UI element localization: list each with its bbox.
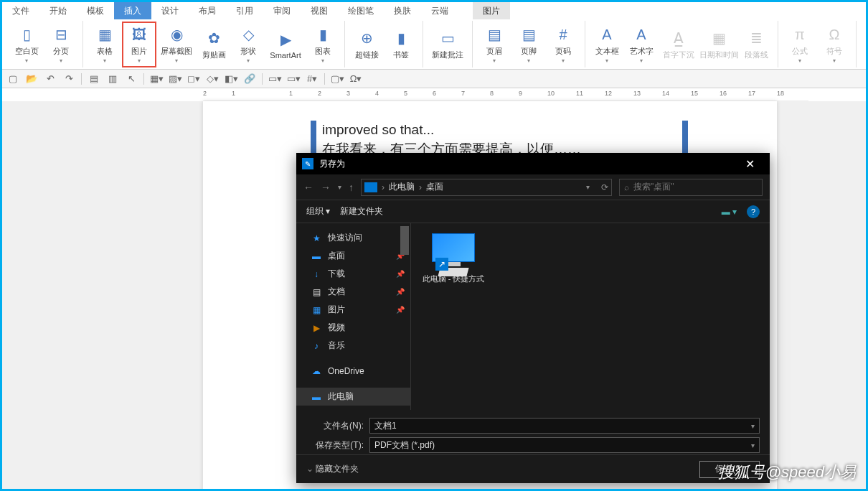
shapes-button[interactable]: ◇形状▾: [231, 22, 265, 67]
up-icon[interactable]: ↑: [349, 182, 354, 193]
path-seg-1[interactable]: 桌面: [426, 181, 443, 193]
menu-tab-7[interactable]: 审阅: [263, 2, 301, 19]
table-icon: ▦: [95, 24, 115, 45]
save-icon[interactable]: ▤: [88, 73, 100, 85]
new-folder-button[interactable]: 新建文件夹: [340, 205, 383, 218]
header-qat-icon[interactable]: ▭▾: [268, 73, 281, 85]
datetime-button[interactable]: ▦日期和时间: [699, 22, 739, 67]
file-item[interactable]: ↗ 此电脑 - 快捷方式: [421, 233, 486, 284]
path-chevron-icon[interactable]: ▾: [586, 183, 590, 191]
menu-tab-3[interactable]: 插入: [114, 2, 151, 19]
cursor-icon[interactable]: ↖: [125, 73, 138, 85]
picture-button[interactable]: 🖼图片▾: [122, 22, 156, 67]
tree-video[interactable]: ▶视频: [296, 319, 410, 337]
footer-button[interactable]: ▤页脚▾: [511, 22, 546, 67]
documents-icon: ▤: [311, 287, 322, 297]
highlight-qat-icon[interactable]: ◧▾: [225, 73, 237, 85]
wordart-button[interactable]: A艺术字▾: [624, 22, 659, 67]
screenshot-button[interactable]: ◉屏幕截图▾: [156, 22, 197, 67]
drop-cap-button[interactable]: A̲首字下沉: [659, 22, 699, 67]
recent-chevron-icon[interactable]: ▾: [338, 183, 341, 191]
dialog-toolbar: 组织 ▾ 新建文件夹 ▬ ▾ ?: [296, 200, 770, 223]
symbol-button[interactable]: Ω符号▾: [817, 22, 852, 67]
paragraph-line-icon: ≣: [746, 28, 766, 48]
chart-button[interactable]: ▮图表▾: [306, 22, 340, 67]
tree-pictures[interactable]: ▦图片📌: [296, 301, 410, 319]
back-icon[interactable]: ←: [303, 182, 313, 193]
textbox-qat-icon[interactable]: ▢▾: [331, 73, 344, 85]
horizontal-ruler: 21123456789101112131415161718: [203, 88, 808, 101]
table-button[interactable]: ▦表格▾: [88, 22, 122, 67]
tree-downloads[interactable]: ↓下载📌: [296, 265, 410, 283]
tree-documents[interactable]: ▤文档📌: [296, 283, 410, 301]
page-break-button[interactable]: ⊟分页▾: [44, 22, 78, 67]
quick-icon: ★: [311, 233, 322, 243]
filename-input[interactable]: 文档1▾: [369, 418, 760, 434]
smartart-button[interactable]: ▶SmartArt: [265, 22, 306, 67]
shape-qat-icon[interactable]: ◇▾: [206, 73, 219, 85]
tree-thispc[interactable]: ▬此电脑: [296, 388, 410, 406]
blank-page-button[interactable]: ▯空白页▾: [9, 22, 44, 67]
menu-tab-0[interactable]: 文件: [2, 2, 39, 19]
chevron-down-icon[interactable]: ▾: [751, 422, 755, 430]
symbol-icon: Ω: [824, 24, 844, 45]
app-icon: ✎: [302, 158, 313, 169]
comment-button[interactable]: ▭新建批注: [428, 22, 468, 67]
menu-tab-8[interactable]: 视图: [301, 2, 338, 19]
pagenum-qat-icon[interactable]: #▾: [306, 73, 319, 85]
file-list[interactable]: ↗ 此电脑 - 快捷方式: [411, 223, 770, 410]
chevron-down-icon[interactable]: ▾: [751, 441, 755, 449]
menu-tab-10[interactable]: 换肤: [384, 2, 421, 19]
header-icon: ▤: [484, 24, 504, 45]
screenshot-qat-icon[interactable]: ◻▾: [187, 73, 200, 85]
context-tab[interactable]: 图片: [473, 2, 510, 19]
pin-icon: 📌: [396, 288, 405, 296]
onedrive-icon: ☁: [311, 366, 322, 376]
new-doc-icon[interactable]: ▢: [6, 73, 19, 85]
view-button[interactable]: ▬ ▾: [722, 207, 737, 217]
paragraph-line-button[interactable]: ≣段落线: [739, 22, 773, 67]
forward-icon[interactable]: →: [321, 182, 331, 193]
open-icon[interactable]: 📂: [25, 73, 38, 85]
link-qat-icon[interactable]: 🔗: [243, 73, 256, 85]
smartart-icon: ▶: [275, 29, 296, 50]
hide-folders-button[interactable]: 隐藏文件夹: [306, 463, 359, 475]
refresh-icon[interactable]: ⟳: [601, 182, 608, 192]
menu-tab-4[interactable]: 设计: [151, 2, 189, 19]
tree-desktop[interactable]: ▬桌面📌: [296, 247, 410, 265]
menu-tab-6[interactable]: 引用: [226, 2, 263, 19]
menu-tab-5[interactable]: 布局: [189, 2, 226, 19]
hyperlink-button[interactable]: ⊕超链接: [349, 22, 384, 67]
help-icon[interactable]: ?: [747, 205, 760, 218]
filetype-select[interactable]: PDF文档 (*.pdf)▾: [369, 437, 760, 453]
table-qat-icon[interactable]: ▦▾: [150, 73, 163, 85]
bookmark-icon: ▮: [391, 28, 411, 48]
textbox-button[interactable]: A文本框▾: [590, 22, 624, 67]
undo-icon[interactable]: ↶: [44, 73, 57, 85]
shortcut-icon: ↗: [435, 258, 448, 271]
menu-tab-9[interactable]: 绘图笔: [338, 2, 384, 19]
bookmark-button[interactable]: ▮书签: [384, 22, 418, 67]
tree-music[interactable]: ♪音乐: [296, 337, 410, 355]
picture-qat-icon[interactable]: ▨▾: [169, 73, 181, 85]
close-icon[interactable]: ✕: [735, 153, 764, 174]
path-seg-0[interactable]: 此电脑: [389, 181, 415, 193]
address-bar[interactable]: › 此电脑 › 桌面 ▾ ⟳: [361, 179, 612, 196]
page-number-button[interactable]: #页码▾: [546, 22, 580, 67]
search-input[interactable]: ⌕ 搜索"桌面": [619, 179, 763, 196]
paste-icon[interactable]: ▥: [106, 73, 119, 85]
pc-icon: [364, 182, 377, 192]
clipart-button[interactable]: ✿剪贴画: [197, 22, 231, 67]
redo-icon[interactable]: ↷: [62, 73, 75, 85]
menu-tab-2[interactable]: 模板: [77, 2, 114, 19]
footer-qat-icon[interactable]: ▭▾: [287, 73, 300, 85]
equation-button[interactable]: π公式▾: [783, 22, 817, 67]
tree-onedrive[interactable]: ☁OneDrive: [296, 363, 410, 379]
menu-tab-11[interactable]: 云端: [421, 2, 458, 19]
organize-button[interactable]: 组织 ▾: [306, 205, 330, 218]
symbol-qat-icon[interactable]: Ω▾: [349, 73, 362, 85]
menu-tab-1[interactable]: 开始: [39, 2, 77, 19]
tree-quick[interactable]: ★快速访问: [296, 229, 410, 247]
page-break-icon: ⊟: [51, 24, 71, 45]
header-button[interactable]: ▤页眉▾: [477, 22, 511, 67]
